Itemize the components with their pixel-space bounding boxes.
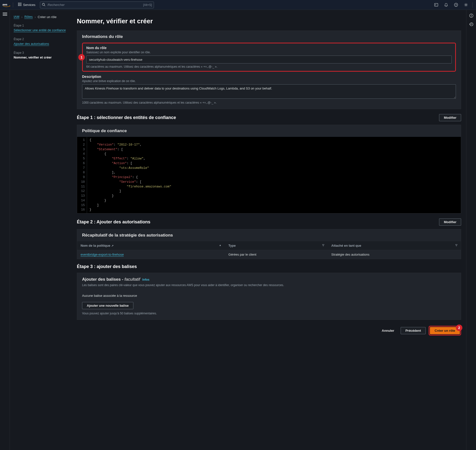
step-label: Étape 3 (14, 51, 67, 55)
svg-point-10 (42, 3, 45, 5)
previous-button[interactable]: Précédent (401, 327, 426, 334)
services-menu[interactable]: Services (16, 3, 38, 7)
svg-rect-7 (18, 5, 19, 6)
role-info-panel: Informations du rôle 1 Nom du rôle Saisi… (77, 30, 461, 109)
tags-info-link[interactable]: Infos (142, 278, 149, 281)
tags-description: Les balises sont des paires clé-valeur q… (82, 283, 456, 287)
description-hint: Ajoutez une brève explication de ce rôle… (82, 79, 456, 83)
search-icon (42, 3, 45, 7)
main-column: Nommer, vérifier et créer Informations d… (67, 10, 466, 450)
policy-attached: Stratégie des autorisations (328, 250, 461, 259)
aws-logo[interactable]: aws (2, 2, 13, 7)
th-policy-name[interactable]: Nom de la politique↗▲ (77, 241, 225, 250)
history-icon[interactable] (469, 22, 474, 27)
svg-rect-2 (19, 3, 20, 3)
svg-text:?: ? (455, 4, 457, 6)
wizard-step-1: Étape 1 Sélectionner une entité de confi… (14, 24, 67, 32)
description-label: Description (82, 75, 456, 79)
sort-icon: ▽ (322, 244, 324, 246)
role-info-header: Informations du rôle (77, 31, 461, 43)
policy-name-link[interactable]: eventbridge-export-to-firehose (81, 253, 124, 257)
svg-rect-8 (19, 5, 20, 6)
svg-rect-6 (21, 4, 21, 5)
breadcrumb: IAM › Rôles › Créer un rôle (14, 15, 67, 19)
role-name-constraint: 64 caractères au maximum. Utilisez des c… (86, 65, 452, 68)
wizard-sidebar: IAM › Rôles › Créer un rôle Étape 1 Séle… (10, 10, 67, 450)
svg-rect-1 (18, 3, 19, 3)
search-input[interactable] (40, 1, 154, 8)
settings-icon[interactable] (461, 0, 470, 9)
content-area: IAM › Rôles › Créer un rôle Étape 1 Séle… (10, 10, 466, 450)
footer-actions: Annuler Précédent 2 Créer un rôle (77, 326, 461, 335)
tags-limit-note: Vous pouvez ajouter jusqu'à 50 balises s… (82, 312, 456, 315)
create-role-button[interactable]: Créer un rôle (430, 327, 460, 334)
search-container: [Alt+S] (40, 1, 154, 8)
add-tag-button[interactable]: Ajouter une nouvelle balise (82, 302, 133, 309)
policy-type: Gérées par le client (225, 250, 328, 259)
step1-section-header: Étape 1 : sélectionner des entités de co… (77, 114, 461, 121)
step2-title: Étape 2 : Ajouter des autorisations (77, 219, 150, 225)
right-rail (466, 10, 476, 450)
step2-edit-button[interactable]: Modifier (439, 218, 461, 226)
step-label: Étape 1 (14, 24, 67, 27)
chevron-right-icon: › (21, 15, 22, 19)
permissions-summary-panel: Récapitulatif de la stratégie des autori… (77, 229, 461, 259)
tags-panel: Ajouter des balises - facultatif Infos L… (77, 273, 461, 320)
step3-title: Nommer, vérifier et créer (14, 56, 67, 59)
no-tags-text: Aucune balise associée à la ressource (82, 294, 456, 298)
svg-point-21 (471, 14, 471, 15)
role-name-highlight: 1 Nom du rôle Saisissez un nom explicite… (82, 43, 456, 72)
svg-text:aws: aws (2, 3, 7, 6)
trust-policy-code: 12345678910111213141516 { "Version": "20… (77, 137, 461, 213)
role-name-input[interactable] (86, 56, 452, 63)
annotation-badge-2: 2 (456, 325, 462, 331)
step2-section-header: Étape 2 : Ajouter des autorisations Modi… (77, 218, 461, 226)
page-title: Nommer, vérifier et créer (77, 17, 461, 25)
role-name-hint: Saisissez un nom explicite pour identifi… (86, 51, 452, 54)
table-header-row: Nom de la politique↗▲ Type▽ Attaché en t… (77, 241, 461, 250)
cancel-button[interactable]: Annuler (378, 327, 398, 334)
code-gutter: 12345678910111213141516 (77, 137, 87, 213)
svg-rect-5 (19, 4, 20, 5)
svg-rect-9 (21, 5, 21, 6)
step1-edit-button[interactable]: Modifier (439, 114, 461, 121)
breadcrumb-roles[interactable]: Rôles (24, 15, 32, 19)
help-icon[interactable]: ? (451, 0, 460, 9)
external-link-icon: ↗ (111, 244, 114, 247)
svg-line-11 (44, 5, 45, 6)
description-textarea[interactable]: Allows Kinesis Firehose to transform and… (82, 84, 456, 99)
info-panel-icon[interactable] (469, 13, 474, 19)
global-header: aws Services [Alt+S] ? (0, 0, 476, 10)
step-label: Étape 2 (14, 37, 67, 41)
notifications-icon[interactable] (442, 0, 450, 9)
wizard-step-3: Étape 3 Nommer, vérifier et créer (14, 51, 67, 59)
grid-icon (18, 3, 22, 7)
left-rail (0, 10, 10, 450)
step3-title: Étape 3 : ajouter des balises (77, 264, 461, 269)
breadcrumb-iam[interactable]: IAM (14, 15, 19, 19)
permissions-summary-header: Récapitulatif de la stratégie des autori… (77, 229, 461, 241)
role-name-label: Nom du rôle (86, 46, 452, 50)
breadcrumb-current: Créer un rôle (38, 15, 57, 19)
permissions-table: Nom de la politique↗▲ Type▽ Attaché en t… (77, 241, 461, 259)
sort-icon: ▽ (455, 244, 457, 246)
chevron-right-icon: › (35, 15, 36, 19)
wizard-step-2: Étape 2 Ajouter des autorisations (14, 37, 67, 46)
description-constraint: 1000 caractères au maximum. Utilisez des… (82, 101, 456, 104)
cloudshell-icon[interactable] (432, 0, 441, 9)
annotation-badge-1: 1 (78, 54, 85, 60)
hamburger-icon[interactable] (3, 12, 7, 450)
divider (472, 2, 473, 8)
create-role-highlight: 2 Créer un rôle (429, 326, 461, 335)
svg-rect-4 (18, 4, 19, 5)
layout: IAM › Rôles › Créer un rôle Étape 1 Séle… (0, 10, 476, 450)
svg-rect-3 (21, 3, 21, 3)
code-content: { "Version": "2012-10-17", "Statement": … (87, 137, 174, 213)
th-attached[interactable]: Attaché en tant que▽ (328, 241, 461, 250)
tags-header: Ajouter des balises - facultatif Infos (82, 277, 456, 282)
header-right: ? (432, 0, 474, 9)
table-row: eventbridge-export-to-firehose Gérées pa… (77, 250, 461, 259)
step2-link[interactable]: Ajouter des autorisations (14, 42, 49, 46)
th-type[interactable]: Type▽ (225, 241, 328, 250)
step1-link[interactable]: Sélectionner une entité de confiance (14, 28, 66, 32)
